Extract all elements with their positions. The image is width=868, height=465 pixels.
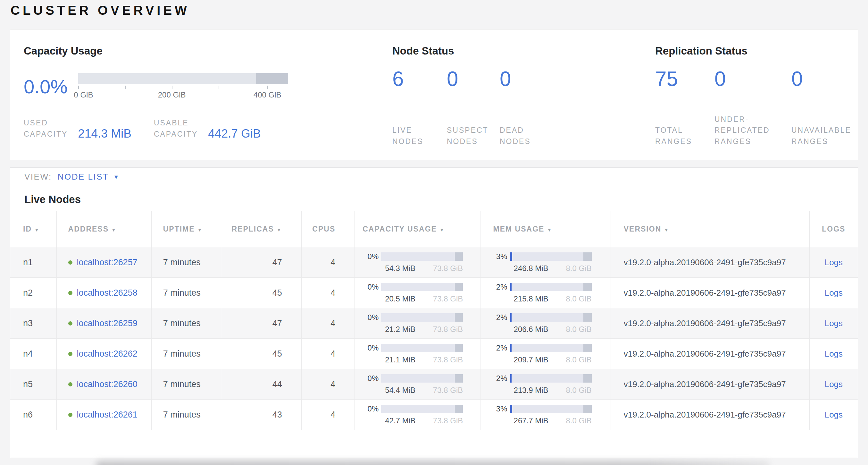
col-header-version[interactable]: VERSION▼ [611,211,809,247]
used-capacity-value: 214.3 MiB [78,127,131,141]
mem-usage-cell: 2% 213.9 MiB 8.0 GiB [480,369,611,400]
replication-status-title: Replication Status [655,45,851,57]
node-address-link[interactable]: localhost:26261 [77,410,137,420]
col-header-logs: LOGS [809,211,858,247]
capacity-mini-bar [381,313,463,322]
capacity-bar-other-segment [256,73,288,84]
node-id-cell: n5 [10,369,56,400]
axis-label-400: 400 GiB [253,90,281,99]
logs-cell: Logs [809,400,858,430]
cpus-cell: 4 [301,369,355,400]
node-id-cell: n3 [10,308,56,339]
capacity-axis-ticks [78,85,288,89]
summary-card: Capacity Usage 0.0% 0 GiB [10,29,858,161]
view-dropdown[interactable]: NODE LIST ▼ [58,172,120,182]
table-row: n4 localhost:26262 7 minutes 45 4 0% 21. [10,339,858,369]
capacity-usage-title: Capacity Usage [24,45,392,57]
usable-capacity-value: 442.7 GiB [208,127,261,141]
cpus-cell: 4 [301,339,355,369]
sort-icon: ▼ [111,227,117,233]
stat-suspect-nodes: 0 SUSPECT NODES [447,69,500,147]
view-label: VIEW: [24,172,52,182]
capacity-usage-section: Capacity Usage 0.0% 0 GiB [24,45,392,160]
page-title: CLUSTER OVERVIEW [10,3,190,18]
sort-icon: ▼ [197,227,203,233]
uptime-cell: 7 minutes [151,247,222,278]
node-address-link[interactable]: localhost:26258 [77,288,137,298]
table-row: n1 localhost:26257 7 minutes 47 4 0% 54. [10,247,858,278]
version-cell: v19.2.0-alpha.20190606-2491-gfe735c9a97 [611,247,809,278]
logs-cell: Logs [809,308,858,339]
capacity-usage-cell: 0% 21.2 MiB 73.8 GiB [355,308,480,339]
logs-link[interactable]: Logs [825,318,843,328]
logs-link[interactable]: Logs [825,258,843,267]
version-cell: v19.2.0-alpha.20190606-2491-gfe735c9a97 [611,339,809,369]
node-address-link[interactable]: localhost:26257 [77,258,137,267]
table-row: n3 localhost:26259 7 minutes 47 4 0% 21. [10,308,858,339]
sort-icon: ▼ [664,227,669,233]
table-row: n6 localhost:26261 7 minutes 43 4 0% 42. [10,400,858,430]
bottom-panel-shadow [96,461,769,465]
logs-link[interactable]: Logs [825,288,843,298]
table-row: n5 localhost:26260 7 minutes 44 4 0% 54. [10,369,858,400]
col-header-replicas[interactable]: REPLICAS▼ [222,211,301,247]
node-address-cell: localhost:26262 [56,339,151,369]
mem-usage-cell: 3% 246.8 MiB 8.0 GiB [480,247,611,278]
sort-icon: ▼ [277,227,282,233]
node-address-cell: localhost:26258 [56,278,151,308]
table-row: n2 localhost:26258 7 minutes 45 4 0% 20. [10,278,858,308]
sort-icon: ▼ [547,227,552,233]
stat-total-ranges: 75 TOTAL RANGES [655,69,714,147]
node-address-link[interactable]: localhost:26260 [77,379,137,389]
version-cell: v19.2.0-alpha.20190606-2491-gfe735c9a97 [611,278,809,308]
mem-mini-bar [510,283,592,291]
logs-cell: Logs [809,369,858,400]
logs-cell: Logs [809,339,858,369]
node-address-cell: localhost:26257 [56,247,151,278]
capacity-usage-cell: 0% 54.4 MiB 73.8 GiB [355,369,480,400]
cpus-cell: 4 [301,278,355,308]
uptime-cell: 7 minutes [151,308,222,339]
stat-unavailable-ranges: 0 UNAVAILABLE RANGES [792,69,851,147]
live-status-icon [68,413,72,417]
mem-usage-cell: 3% 267.7 MiB 8.0 GiB [480,400,611,430]
version-cell: v19.2.0-alpha.20190606-2491-gfe735c9a97 [611,369,809,400]
chevron-down-icon: ▼ [113,174,120,180]
axis-label-200: 200 GiB [158,90,186,99]
capacity-mini-bar [381,374,463,383]
node-address-cell: localhost:26261 [56,400,151,430]
mem-mini-bar [510,405,592,413]
uptime-cell: 7 minutes [151,400,222,430]
node-address-cell: localhost:26260 [56,369,151,400]
capacity-usage-cell: 0% 20.5 MiB 73.8 GiB [355,278,480,308]
cpus-cell: 4 [301,247,355,278]
stat-live-nodes: 6 LIVE NODES [392,69,447,147]
replicas-cell: 45 [222,339,301,369]
col-header-id[interactable]: ID▼ [10,211,56,247]
mem-usage-cell: 2% 206.6 MiB 8.0 GiB [480,308,611,339]
col-header-capacity-usage[interactable]: CAPACITY USAGE▼ [355,211,480,247]
logs-cell: Logs [809,278,858,308]
logs-link[interactable]: Logs [825,379,843,389]
node-status-title: Node Status [392,45,655,57]
col-header-address[interactable]: ADDRESS▼ [56,211,151,247]
logs-link[interactable]: Logs [825,349,843,358]
col-header-cpus[interactable]: CPUS [301,211,355,247]
live-nodes-table: ID▼ ADDRESS▼ UPTIME▼ REPLICAS▼ CPUS CAPA… [10,211,858,430]
cpus-cell: 4 [301,400,355,430]
axis-label-0: 0 GiB [74,90,93,99]
node-status-section: Node Status 6 LIVE NODES 0 SUSPECT NODES [392,45,655,160]
live-status-icon [68,382,72,386]
capacity-bar: 0 GiB 200 GiB 400 GiB [78,73,288,100]
mem-mini-bar [510,252,592,261]
node-address-link[interactable]: localhost:26259 [77,318,137,328]
node-list-card: VIEW: NODE LIST ▼ Live Nodes ID▼ ADDRESS… [10,167,858,458]
node-address-link[interactable]: localhost:26262 [77,349,137,359]
col-header-mem-usage[interactable]: MEM USAGE▼ [480,211,611,247]
sort-icon: ▼ [34,227,40,233]
node-id-cell: n1 [10,247,56,278]
replicas-cell: 47 [222,308,301,339]
replicas-cell: 47 [222,247,301,278]
col-header-uptime[interactable]: UPTIME▼ [151,211,222,247]
logs-link[interactable]: Logs [825,410,843,419]
